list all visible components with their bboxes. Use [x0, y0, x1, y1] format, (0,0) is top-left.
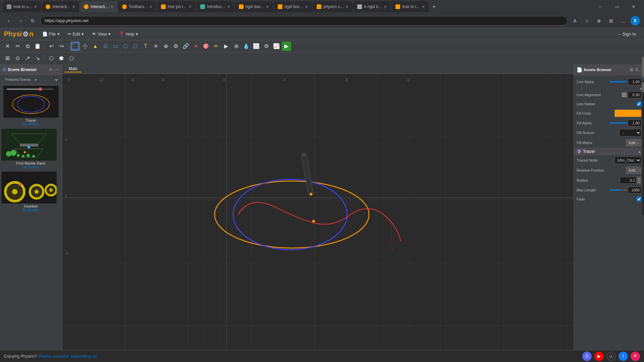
fill-matrix-edit-button[interactable]: Edit... — [626, 139, 641, 146]
file-menu[interactable]: 📄 File ▾ — [39, 30, 63, 38]
relative-position-edit-button[interactable]: Edit... — [626, 167, 641, 174]
stop-tool[interactable]: ✕ — [3, 42, 12, 51]
tab-5[interactable]: hoe yto r... ✕ — [157, 1, 196, 12]
tab-6-close[interactable]: ✕ — [227, 5, 230, 9]
maximize-button[interactable]: ▭ — [609, 1, 625, 12]
play-button[interactable]: ▶ — [282, 42, 291, 51]
more-icon[interactable]: … — [619, 16, 628, 25]
tab-3-close[interactable]: ✕ — [110, 5, 113, 9]
cut-tool[interactable]: ✂ — [13, 42, 22, 51]
facebook-icon[interactable]: f — [619, 352, 628, 361]
shape-tool-2[interactable]: ⬟ — [57, 54, 66, 63]
panel-s-icon[interactable]: S... — [635, 67, 641, 72]
rect-tool[interactable]: ▭ — [111, 42, 120, 51]
tab-2[interactable]: Interacti... ✕ — [42, 1, 79, 12]
snap-tool[interactable]: ⊙ — [13, 54, 22, 63]
tab-8[interactable]: rigid boc... ✕ — [274, 1, 312, 12]
fill-alpha-input[interactable] — [628, 120, 641, 126]
motor-tool[interactable]: ⊛ — [231, 42, 241, 51]
right-scrollbar-thumb[interactable] — [642, 82, 644, 92]
scene-browser-close[interactable]: ✕ — [49, 67, 52, 72]
spring-tool[interactable]: ⊕ — [161, 42, 170, 51]
collections-icon[interactable]: ⊞ — [606, 16, 616, 25]
help-menu[interactable]: ❓ Help ▾ — [115, 30, 142, 38]
target-tool[interactable]: 🎯 — [201, 42, 211, 51]
fill-alpha-slider[interactable] — [610, 122, 627, 124]
close-window-button[interactable]: ✕ — [626, 1, 641, 12]
line-alpha-slider[interactable] — [610, 81, 627, 82]
diag-tool-1[interactable]: ↗ — [23, 54, 32, 63]
edit-menu[interactable]: ✏ Edit ▾ — [64, 30, 87, 38]
canvas-grid[interactable]: 8 -12 -8 -4 0 4 8 12 4 0 -4 — [62, 74, 574, 350]
tab-9[interactable]: physics s... ✕ — [313, 1, 352, 12]
radius-input[interactable] — [620, 177, 637, 184]
tab-8-close[interactable]: ✕ — [305, 5, 308, 9]
tab-6[interactable]: Introduc... ✕ — [196, 1, 234, 12]
redo-tool[interactable]: ↪ — [57, 42, 66, 51]
new-tab-button[interactable]: + — [429, 2, 439, 11]
tab-4-close[interactable]: ✕ — [149, 5, 152, 9]
scene-tracer[interactable]: Tracer By Dimitris — [1, 86, 60, 126]
back-button[interactable]: ‹ — [4, 16, 13, 25]
paste-tool[interactable]: 📋 — [33, 42, 42, 51]
tracer-section-header[interactable]: 🔮 Tracer ▲ — [574, 148, 644, 155]
add-tool[interactable]: ➕ — [80, 42, 90, 51]
tab-1[interactable]: how to u... ✕ — [3, 1, 41, 12]
max-length-input[interactable] — [628, 187, 641, 193]
undo-tool[interactable]: ↩ — [47, 42, 56, 51]
fill-color-swatch[interactable] — [614, 110, 641, 117]
sign-in-button[interactable]: → Sign In — [613, 30, 640, 38]
status-support-link[interactable]: Please consider supporting us — [38, 354, 97, 359]
joint-tool[interactable]: ✳ — [151, 42, 160, 51]
address-input[interactable]: https://app.physion.net — [40, 16, 568, 25]
tab-2-close[interactable]: ✕ — [72, 5, 75, 9]
traced-node-select[interactable]: h3m_CbsXe — [614, 157, 641, 164]
physion-icon[interactable]: P — [631, 352, 640, 361]
profile-avatar[interactable]: E — [631, 16, 640, 25]
discord-icon[interactable]: D — [582, 352, 592, 361]
tiktok-icon[interactable]: ♪ — [606, 352, 616, 361]
line-native-checkbox[interactable] — [637, 102, 641, 106]
text-tool[interactable]: T — [141, 42, 150, 51]
tab-10-close[interactable]: ✕ — [384, 5, 387, 9]
settings-tool[interactable]: ⚙ — [262, 42, 271, 51]
favorites-icon[interactable]: ☆ — [582, 16, 592, 25]
shape-tool-1[interactable]: ⬡ — [47, 54, 56, 63]
tab-10[interactable]: A rigid b... ✕ — [353, 1, 391, 12]
select-tool[interactable]: ⬛ — [70, 42, 80, 51]
tab-4[interactable]: Toolbars... ✕ — [118, 1, 156, 12]
poly-tool[interactable]: ⬠ — [131, 42, 140, 51]
scene-marble-race[interactable]: First Marble Race By Dimitris — [1, 129, 60, 169]
tab-3[interactable]: Interacti... ✕ — [80, 1, 117, 12]
bookmark-icon[interactable]: ⊕ — [594, 16, 604, 25]
tab-11-close[interactable]: ✕ — [422, 5, 425, 9]
tab-11[interactable]: how to t... ✕ — [391, 1, 429, 12]
chart-tool[interactable]: 📈 — [272, 42, 281, 51]
radius-up-button[interactable]: ▲ — [637, 177, 641, 180]
delete-tool[interactable]: ✕ — [191, 42, 201, 51]
scene-gearbox[interactable]: Gearbox By Dimitris — [1, 172, 60, 212]
max-length-slider[interactable] — [610, 189, 627, 191]
fill-texture-select[interactable]: - — [620, 129, 641, 136]
move-tool[interactable]: ▶ — [221, 42, 231, 51]
panel-grid-icon[interactable]: ⊞ — [630, 67, 633, 72]
scene-filter-select[interactable]: ▾ — [34, 77, 59, 82]
tab-7-close[interactable]: ✕ — [266, 5, 269, 9]
translate-icon[interactable]: A — [570, 16, 580, 25]
youtube-icon[interactable]: ▶ — [594, 352, 604, 361]
hex-tool[interactable]: ⬡ — [121, 42, 130, 51]
draw-tool[interactable]: ✏ — [211, 42, 221, 51]
scene-browser-more[interactable]: ⋯ — [54, 66, 59, 73]
view-menu[interactable]: 👁 View ▾ — [89, 30, 114, 38]
fade-checkbox[interactable] — [637, 197, 641, 201]
forward-button[interactable]: › — [16, 16, 25, 25]
canvas-tab-main[interactable]: Main — [65, 66, 82, 72]
chain-tool[interactable]: 🔗 — [181, 42, 191, 51]
radius-down-button[interactable]: ▼ — [637, 180, 641, 184]
circle-tool[interactable]: ⊙ — [101, 42, 110, 51]
tab-7[interactable]: rigid boc... ✕ — [235, 1, 273, 12]
tab-9-close[interactable]: ✕ — [345, 5, 348, 9]
line-alignment-input[interactable] — [628, 92, 641, 98]
gear-tool[interactable]: ⚙ — [171, 42, 180, 51]
fluid-tool[interactable]: ⬜ — [252, 42, 261, 51]
